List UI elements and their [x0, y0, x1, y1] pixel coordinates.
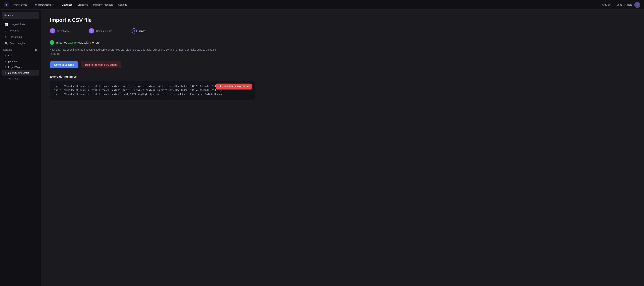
nav-link-settings[interactable]: Settings [116, 2, 129, 7]
table-grid-icon: ⊞ [4, 66, 6, 68]
errors-section-title: Errors during import [50, 75, 635, 78]
step-1: ✓ Select a file [50, 28, 70, 33]
user-avatar[interactable]: 👤 [634, 2, 640, 8]
sidebar-item-search[interactable]: 🔍 Search engine [2, 40, 39, 46]
import-status-banner: ✓ Imported 19,996 rows with 3 errors [50, 40, 635, 45]
topnav: import-demo / import-demo ▾ Database Bra… [0, 0, 644, 10]
playground-icon: ◎ [4, 35, 8, 38]
sidebar-item-usage[interactable]: 📊 Usage & limits [2, 21, 39, 27]
sidebar-item-label-search: Search engine [10, 42, 25, 45]
step-connector-1 [72, 31, 87, 31]
sidebar-item-schema[interactable]: 🗂 Schema [2, 27, 39, 33]
sidebar-item-label-schema: Schema [10, 29, 19, 32]
usage-icon: 📊 [4, 23, 8, 26]
step-3-label: Import [139, 30, 146, 32]
download-icon: ⬇ [219, 85, 222, 88]
chevron-down-icon: ▾ [52, 4, 54, 6]
nav-link-branches[interactable]: Branches [76, 2, 90, 7]
go-to-table-button[interactable]: Go to your table [50, 61, 78, 68]
step-connector-2 [114, 31, 129, 31]
help-link[interactable]: Help [627, 3, 632, 6]
import-description: Your data has been imported but containe… [50, 48, 218, 56]
topnav-brand: import-demo [14, 3, 27, 6]
chatbot-link[interactable]: Chat bot [602, 3, 611, 6]
table-item-label: large1MWide [8, 66, 22, 68]
step-2-circle: ✓ [89, 28, 94, 33]
table-item-fruit[interactable]: ⊞ fruit [2, 53, 39, 58]
step-1-label: Select a file [57, 30, 70, 32]
action-buttons: Go to your table Delete table and try ag… [50, 61, 635, 68]
download-btn-label: Download full error file [223, 85, 249, 88]
sidebar-item-label-usage: Usage & limits [10, 23, 25, 26]
branch-icon: ⊕ [4, 13, 7, 17]
sidebar-item-playground[interactable]: ◎ Playground [2, 34, 39, 40]
search-engine-icon: 🔍 [4, 42, 8, 45]
add-table-button[interactable]: › Add a table [2, 76, 39, 81]
add-table-chevron-icon: › [4, 77, 5, 80]
step-1-circle: ✓ [50, 28, 55, 33]
logo[interactable] [4, 2, 9, 7]
main-content: Import a CSV file ✓ Select a file ✓ Conf… [41, 10, 644, 286]
table-item-20kwidewith[interactable]: ⊞ 20kWideWithErrors [2, 70, 39, 76]
import-rows-label-val: rows [77, 41, 83, 44]
success-check-icon: ✓ [50, 40, 54, 45]
tables-label: Tables [3, 49, 12, 51]
branch-selector[interactable]: ⊕ main ▾ [2, 12, 39, 19]
topnav-project[interactable]: import-demo ▾ [35, 3, 54, 6]
table-item-large1mwide[interactable]: ⊞ large1MWide [2, 64, 39, 70]
step-3: 3 Import [132, 28, 146, 33]
table-item-label: 20kWideWithErrors [8, 71, 29, 74]
table-grid-icon: ⊞ [4, 54, 6, 57]
download-error-file-button[interactable]: ⬇ Download full error file [216, 84, 252, 90]
table-grid-icon: ⊞ [4, 72, 6, 74]
sidebar: ⊕ main ▾ 📊 Usage & limits 🗂 Schema ◎ Pla… [0, 10, 41, 286]
import-with-val: with [84, 41, 89, 44]
delete-table-button[interactable]: Delete table and try again [81, 61, 121, 68]
layout: ⊕ main ▾ 📊 Usage & limits 🗂 Schema ◎ Pla… [0, 10, 644, 286]
step-2: ✓ Confirm details [89, 28, 112, 33]
error-line-3: table [20kWideWithErrors]: invalid recor… [54, 92, 251, 96]
stepper: ✓ Select a file ✓ Confirm details 3 Impo… [50, 28, 635, 33]
branch-chevron-icon: ▾ [36, 14, 36, 16]
table-grid-icon: ⊞ [4, 60, 6, 63]
tables-search-icon[interactable]: 🔍 [34, 49, 38, 52]
topnav-right: Chat bot | Docs | Help 👤 [602, 2, 640, 8]
topnav-project-name: import-demo [38, 3, 52, 6]
add-table-label: Add a table [7, 77, 19, 80]
docs-link[interactable]: Docs [616, 3, 622, 6]
page-title: Import a CSV file [50, 17, 635, 23]
table-item-persons[interactable]: ⊞ persons [2, 59, 39, 64]
nav-link-migration[interactable]: Migration requests [91, 2, 115, 7]
step-3-circle: 3 [132, 28, 137, 33]
schema-icon: 🗂 [4, 29, 8, 32]
errors-log: table [20kWideWithErrors]: invalid recor… [50, 81, 255, 100]
import-rows-count-val: 19,996 [68, 41, 76, 44]
sidebar-item-label-playground: Playground [10, 35, 22, 38]
nav-link-database[interactable]: Database [60, 2, 75, 7]
import-status-text: Imported 19,996 rows with 3 errors [56, 41, 100, 44]
branch-label: main [8, 14, 34, 17]
topnav-sep: / [31, 3, 32, 6]
tables-section-header: Tables 🔍 [0, 46, 41, 53]
project-status-dot [35, 4, 37, 5]
table-item-label: fruit [8, 54, 12, 57]
download-btn-container: ⬇ Download full error file [216, 84, 252, 90]
step-2-label: Confirm details [96, 30, 112, 32]
import-prefix: Imported [56, 41, 67, 44]
table-item-label: persons [8, 60, 17, 63]
import-errors-count: 3 [90, 41, 91, 44]
app-logo-icon [4, 2, 9, 7]
topnav-links: Database Branches Migration requests Set… [60, 2, 129, 7]
import-errors-label-val: errors [92, 41, 100, 44]
